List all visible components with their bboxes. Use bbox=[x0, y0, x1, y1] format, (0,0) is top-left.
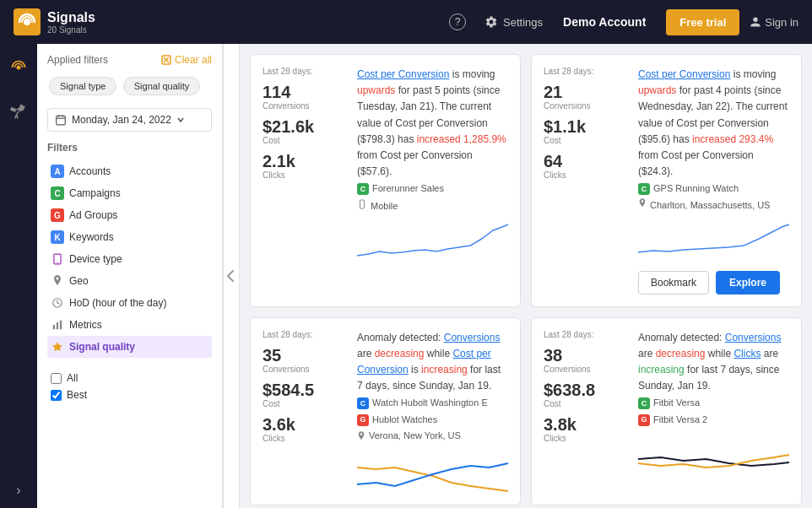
card2-clicks-value: 64 bbox=[544, 152, 628, 170]
card4-meta-campaign2-text: Fitbit Versa 2 bbox=[653, 413, 707, 428]
card4-metric1-link[interactable]: Conversions bbox=[725, 332, 782, 343]
card4-clicks-label: Clicks bbox=[544, 434, 628, 443]
filter-tag-signal-type[interactable]: Signal type bbox=[49, 77, 116, 95]
collapse-sidebar-button[interactable] bbox=[223, 44, 240, 508]
card1-metric-link[interactable]: Cost per Conversion bbox=[357, 68, 449, 80]
card3-meta-geo: Verona, New York, US bbox=[357, 429, 508, 444]
applied-filters-label: Applied filters bbox=[47, 54, 108, 66]
card3-chart bbox=[357, 451, 508, 493]
free-trial-button[interactable]: Free trial bbox=[666, 9, 739, 35]
icon-bar-signals[interactable] bbox=[5, 54, 32, 84]
card3-cost-label: Cost bbox=[263, 399, 347, 408]
checkbox-all[interactable]: All bbox=[47, 370, 212, 386]
card1-conversions-label: Conversions bbox=[263, 101, 347, 111]
top-navigation: Signals 20 Signals ? Settings Demo Accou… bbox=[0, 0, 812, 44]
card2-meta-geo-text: Charlton, Massachusetts, US bbox=[650, 198, 770, 213]
filter-icon-c: C bbox=[51, 186, 64, 200]
filter-icon-hod bbox=[51, 296, 64, 310]
card4-conversions-value: 38 bbox=[544, 346, 628, 365]
card4-meta-campaign1: C Fitbit Versa bbox=[638, 396, 789, 411]
logo-icon bbox=[14, 8, 41, 35]
filter-tag-signal-quality[interactable]: Signal quality bbox=[123, 77, 200, 95]
filter-list: A Accounts C Campaigns G Ad Groups K Key… bbox=[47, 160, 212, 358]
card2-chart bbox=[638, 220, 789, 262]
filter-signal-quality[interactable]: Signal quality bbox=[47, 336, 212, 358]
card4-stats: Last 28 days: 38 Conversions $638.8 Cost… bbox=[544, 330, 628, 494]
svg-rect-8 bbox=[57, 116, 66, 125]
filter-keywords[interactable]: K Keywords bbox=[47, 226, 212, 248]
filter-ad-groups[interactable]: G Ad Groups bbox=[47, 204, 212, 226]
card2-meta-campaign-text: GPS Running Watch bbox=[653, 181, 739, 197]
card2-clicks-label: Clicks bbox=[544, 170, 628, 180]
card2-conversions-value: 21 bbox=[544, 83, 628, 101]
date-picker[interactable]: Monday, Jan 24, 2022 bbox=[47, 108, 212, 132]
filter-device-type[interactable]: Device type bbox=[47, 248, 212, 270]
clear-all-label: Clear all bbox=[175, 54, 212, 66]
card1-meta-campaign: C Forerunner Sales bbox=[357, 181, 508, 197]
checkbox-best-label: Best bbox=[67, 389, 87, 401]
checkbox-best[interactable]: Best bbox=[47, 386, 212, 403]
svg-line-16 bbox=[57, 303, 59, 304]
filter-metrics-label: Metrics bbox=[69, 319, 102, 331]
checkbox-all-label: All bbox=[67, 372, 78, 384]
filter-accounts-label: Accounts bbox=[69, 165, 111, 177]
card4-metric2-link[interactable]: Clicks bbox=[734, 348, 761, 359]
filter-icon-geo bbox=[51, 274, 64, 288]
settings-button[interactable]: Settings bbox=[484, 15, 543, 29]
card2-body: Cost per Conversion is moving upwards fo… bbox=[638, 67, 789, 295]
card1-stats: Last 28 days: 114 Conversions $21.6k Cos… bbox=[263, 67, 347, 295]
filter-accounts[interactable]: A Accounts bbox=[47, 160, 212, 182]
filter-campaigns[interactable]: C Campaigns bbox=[47, 182, 212, 204]
card2-cost-label: Cost bbox=[544, 136, 628, 145]
svg-rect-17 bbox=[53, 325, 55, 329]
filter-hod[interactable]: HoD (hour of the day) bbox=[47, 292, 212, 314]
card1-meta-icon-c: C bbox=[357, 183, 369, 195]
card4-meta-campaign2: G Fitbit Versa 2 bbox=[638, 413, 789, 428]
filter-icon-metrics bbox=[51, 318, 64, 332]
filter-geo-label: Geo bbox=[69, 275, 89, 287]
card4-meta-icon-g: G bbox=[638, 414, 650, 426]
card3-meta-group-text: Hublot Watches bbox=[372, 413, 437, 428]
card1-meta-device-text: Mobile bbox=[371, 199, 398, 214]
app-name: Signals bbox=[47, 10, 95, 25]
sign-in-button[interactable]: Sign in bbox=[750, 16, 798, 29]
filter-geo[interactable]: Geo bbox=[47, 270, 212, 292]
bookmark-button[interactable]: Bookmark bbox=[638, 271, 709, 295]
card3-meta-geo-text: Verona, New York, US bbox=[369, 429, 461, 444]
checkbox-section: All Best bbox=[47, 366, 212, 407]
card1-conversions-value: 114 bbox=[263, 83, 347, 101]
card2-metric-link[interactable]: Cost per Conversion bbox=[638, 68, 730, 80]
card2-meta-campaign: C GPS Running Watch bbox=[638, 181, 789, 197]
applied-filters-header: Applied filters Clear all bbox=[47, 54, 212, 66]
card3-metric1-link[interactable]: Conversions bbox=[444, 332, 501, 343]
filters-title: Filters bbox=[47, 142, 212, 154]
filter-keywords-label: Keywords bbox=[69, 231, 114, 243]
icon-bar: › bbox=[0, 44, 37, 508]
filter-tags-container: Signal type Signal quality bbox=[47, 74, 212, 98]
checkbox-all-input[interactable] bbox=[51, 373, 62, 384]
signal-card-4: Last 28 days: 38 Conversions $638.8 Cost… bbox=[531, 317, 802, 506]
icon-bar-telescope[interactable] bbox=[5, 98, 32, 128]
filter-device-label: Device type bbox=[69, 253, 122, 265]
card3-meta-campaign-text: Watch Hubolt Washington E bbox=[372, 396, 488, 411]
card3-meta-icon-h: G bbox=[357, 414, 369, 426]
checkbox-best-input[interactable] bbox=[51, 390, 62, 401]
expand-icon-bar[interactable]: › bbox=[16, 483, 20, 508]
app-subtitle: 20 Signals bbox=[47, 25, 95, 35]
help-button[interactable]: ? bbox=[441, 8, 474, 35]
card3-stats: Last 28 days: 35 Conversions $584.5 Cost… bbox=[263, 330, 347, 494]
main-content: Last 28 days: 114 Conversions $21.6k Cos… bbox=[240, 44, 812, 508]
card3-meta-icon-geo bbox=[357, 431, 365, 441]
card2-conversions-label: Conversions bbox=[544, 101, 628, 111]
account-label: Demo Account bbox=[553, 15, 656, 29]
explore-button[interactable]: Explore bbox=[716, 271, 780, 295]
filter-metrics[interactable]: Metrics bbox=[47, 314, 212, 336]
logo-area: Signals 20 Signals bbox=[14, 8, 115, 35]
clear-all-button[interactable]: Clear all bbox=[161, 54, 212, 66]
card4-meta-campaign1-text: Fitbit Versa bbox=[653, 396, 700, 411]
card1-cost-value: $21.6k bbox=[263, 117, 347, 136]
settings-label: Settings bbox=[503, 16, 543, 29]
card3-conversions-label: Conversions bbox=[263, 365, 347, 374]
card2-cost-value: $1.1k bbox=[544, 117, 628, 136]
filter-icon-k: K bbox=[51, 230, 64, 244]
